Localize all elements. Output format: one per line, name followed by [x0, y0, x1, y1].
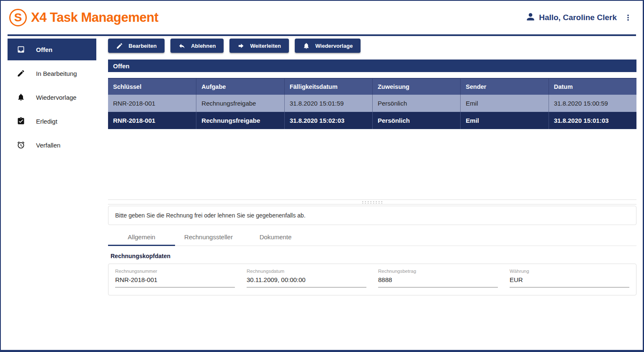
table-row-selected[interactable]: RNR-2018-001 Rechnungsfreigabe 31.8.2020… [108, 112, 636, 129]
field-label: Rechnungsbetrag [378, 269, 498, 274]
rechnungsbetrag-field[interactable]: Rechnungsbetrag 8888 [378, 269, 498, 287]
tab-rechnungssteller[interactable]: Rechnungssteller [175, 228, 242, 246]
instruction-card: Bitte geben Sie die Rechnung frei oder l… [108, 206, 636, 225]
sidebar-item-erledigt[interactable]: Erledigt [8, 110, 96, 132]
splitter-handle-icon [361, 201, 383, 204]
table-header-row: Schlüssel Aufgabe Fälligkeitsdatum Zuwei… [108, 78, 636, 95]
cell-schluessel: RNR-2018-001 [108, 112, 196, 129]
toolbar: Bearbeiten Ablehnen Weiterleiten [108, 39, 636, 53]
app-window: S X4 Task Management Hallo, Caroline Cle… [0, 0, 644, 352]
softproject-logo-icon: S [9, 9, 27, 26]
tab-allgemein[interactable]: Allgemein [108, 228, 175, 246]
user-area: Hallo, Caroline Clerk [525, 11, 633, 24]
main-panel: Bearbeiten Ablehnen Weiterleiten [108, 36, 643, 350]
kebab-menu-icon[interactable] [623, 13, 633, 22]
cell-sender: Emil [460, 112, 548, 129]
button-label: Wiedervorlage [315, 43, 353, 49]
field-underline [247, 287, 366, 287]
button-label: Bearbeiten [129, 43, 157, 49]
cell-sender: Emil [460, 95, 548, 112]
cell-datum: 31.8.2020 15:01:03 [549, 112, 636, 129]
field-value: 30.11.2009, 00:00:00 [247, 276, 366, 283]
sidebar-item-verfallen[interactable]: Verfallen [8, 134, 96, 156]
panel-splitter[interactable] [108, 199, 636, 204]
table-row[interactable]: RNR-2018-001 Rechnungsfreigabe 31.8.2020… [108, 95, 636, 112]
app-header: S X4 Task Management Hallo, Caroline Cle… [1, 1, 643, 34]
sidebar-item-label: Verfallen [36, 142, 60, 149]
sidebar-item-label: Offen [36, 46, 52, 53]
field-underline [115, 287, 235, 287]
task-done-icon [17, 117, 25, 125]
sidebar-item-label: Erledigt [36, 118, 57, 125]
cell-aufgabe: Rechnungsfreigabe [196, 112, 284, 129]
field-label: Währung [510, 269, 629, 274]
weiterleiten-button[interactable]: Weiterleiten [229, 39, 289, 53]
alarm-icon [17, 141, 25, 149]
sidebar: Offen In Bearbeitung Wiedervorlage Erled… [1, 36, 108, 350]
column-header-zuweisung[interactable]: Zuweisung [372, 79, 460, 95]
button-label: Ablehnen [191, 43, 216, 49]
column-header-datum[interactable]: Datum [549, 79, 636, 95]
wiedervorlage-button[interactable]: Wiedervorlage [295, 39, 361, 53]
column-header-faelligkeitsdatum[interactable]: Fälligkeitsdatum [284, 79, 372, 95]
app-title: X4 Task Management [31, 10, 158, 25]
tab-dokumente[interactable]: Dokumente [242, 228, 309, 246]
waehrung-field[interactable]: Währung EUR [510, 269, 629, 287]
bell-icon [303, 42, 310, 49]
edit-icon [17, 69, 25, 78]
field-label: Rechnungsdatum [247, 269, 366, 274]
person-icon [525, 11, 536, 24]
button-label: Weiterleiten [250, 43, 281, 49]
column-header-sender[interactable]: Sender [460, 79, 548, 95]
task-list-title-bar: Offen [108, 60, 636, 72]
rechnungsdatum-field[interactable]: Rechnungsdatum 30.11.2009, 00:00:00 [247, 269, 366, 287]
cell-zuweisung: Persönlich [372, 112, 460, 129]
edit-icon [116, 42, 123, 49]
user-greeting: Hallo, Caroline Clerk [539, 13, 617, 22]
field-underline [510, 287, 629, 287]
detail-section-title: Rechnungskopfdaten [111, 253, 636, 259]
reply-icon [178, 42, 185, 49]
field-value: 8888 [378, 276, 498, 283]
cell-datum: 31.8.2020 15:00:59 [549, 95, 636, 112]
cell-schluessel: RNR-2018-001 [108, 95, 196, 112]
sidebar-item-wiedervorlage[interactable]: Wiedervorlage [8, 86, 96, 108]
sidebar-item-offen[interactable]: Offen [8, 39, 96, 60]
instruction-text: Bitte geben Sie die Rechnung frei oder l… [115, 212, 306, 219]
task-list-title: Offen [113, 62, 129, 70]
cell-faelligkeitsdatum: 31.8.2020 15:02:03 [284, 112, 372, 129]
task-table: Schlüssel Aufgabe Fälligkeitsdatum Zuwei… [108, 78, 636, 129]
field-value: EUR [510, 276, 629, 283]
cell-aufgabe: Rechnungsfreigabe [196, 95, 284, 112]
sidebar-item-label: Wiedervorlage [36, 94, 77, 101]
sidebar-item-label: In Bearbeitung [36, 70, 77, 77]
field-label: Rechnungsnummer [115, 269, 235, 274]
field-value: RNR-2018-001 [115, 276, 235, 283]
column-header-schluessel[interactable]: Schlüssel [108, 79, 196, 95]
bearbeiten-button[interactable]: Bearbeiten [108, 39, 165, 53]
forward-arrow-icon [237, 42, 245, 49]
column-header-aufgabe[interactable]: Aufgabe [196, 79, 284, 95]
inbox-icon [17, 45, 25, 54]
field-underline [378, 287, 498, 287]
invoice-header-form: Rechnungsnummer RNR-2018-001 Rechnungsda… [108, 264, 636, 295]
cell-zuweisung: Persönlich [372, 95, 460, 112]
cell-faelligkeitsdatum: 31.8.2020 15:01:59 [284, 95, 372, 112]
detail-tabs: Allgemein Rechnungssteller Dokumente [108, 228, 636, 246]
bell-icon [17, 93, 25, 101]
ablehnen-button[interactable]: Ablehnen [170, 39, 224, 53]
rechnungsnummer-field[interactable]: Rechnungsnummer RNR-2018-001 [115, 269, 235, 287]
sidebar-item-in-bearbeitung[interactable]: In Bearbeitung [8, 62, 96, 84]
logo-letter: S [14, 12, 22, 23]
